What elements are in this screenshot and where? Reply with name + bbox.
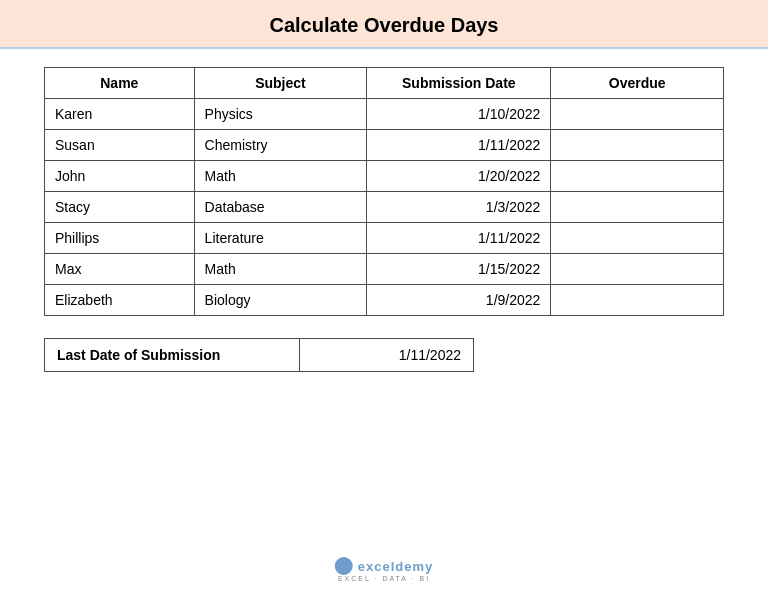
cell-name: Max	[45, 254, 195, 285]
table-row: StacyDatabase1/3/2022	[45, 192, 724, 223]
cell-overdue	[551, 285, 724, 316]
cell-name: Susan	[45, 130, 195, 161]
cell-name: John	[45, 161, 195, 192]
cell-name: Phillips	[45, 223, 195, 254]
summary-label: Last Date of Submission	[45, 339, 300, 372]
cell-overdue	[551, 223, 724, 254]
col-header-name: Name	[45, 68, 195, 99]
cell-name: Karen	[45, 99, 195, 130]
cell-subject: Biology	[194, 285, 367, 316]
table-row: JohnMath1/20/2022	[45, 161, 724, 192]
watermark-name: exceldemy	[358, 559, 434, 574]
cell-name: Stacy	[45, 192, 195, 223]
table-row: PhillipsLiterature1/11/2022	[45, 223, 724, 254]
cell-subject: Math	[194, 161, 367, 192]
table-row: KarenPhysics1/10/2022	[45, 99, 724, 130]
summary-value: 1/11/2022	[300, 339, 474, 372]
summary-table: Last Date of Submission 1/11/2022	[44, 338, 474, 372]
cell-overdue	[551, 99, 724, 130]
cell-date: 1/3/2022	[367, 192, 551, 223]
table-row: MaxMath1/15/2022	[45, 254, 724, 285]
col-header-date: Submission Date	[367, 68, 551, 99]
cell-date: 1/11/2022	[367, 130, 551, 161]
watermark-icon	[335, 557, 353, 575]
cell-date: 1/20/2022	[367, 161, 551, 192]
table-row: SusanChemistry1/11/2022	[45, 130, 724, 161]
cell-overdue	[551, 254, 724, 285]
cell-subject: Literature	[194, 223, 367, 254]
table-row: ElizabethBiology1/9/2022	[45, 285, 724, 316]
cell-subject: Math	[194, 254, 367, 285]
cell-overdue	[551, 161, 724, 192]
title-section: Calculate Overdue Days	[0, 0, 768, 49]
cell-subject: Database	[194, 192, 367, 223]
watermark-subtitle: EXCEL · DATA · BI	[338, 575, 430, 582]
main-content: Name Subject Submission Date Overdue Kar…	[44, 67, 724, 372]
table-header-row: Name Subject Submission Date Overdue	[45, 68, 724, 99]
col-header-overdue: Overdue	[551, 68, 724, 99]
cell-date: 1/9/2022	[367, 285, 551, 316]
data-table: Name Subject Submission Date Overdue Kar…	[44, 67, 724, 316]
cell-overdue	[551, 130, 724, 161]
cell-date: 1/15/2022	[367, 254, 551, 285]
cell-name: Elizabeth	[45, 285, 195, 316]
cell-overdue	[551, 192, 724, 223]
cell-date: 1/10/2022	[367, 99, 551, 130]
summary-row: Last Date of Submission 1/11/2022	[45, 339, 474, 372]
cell-subject: Physics	[194, 99, 367, 130]
cell-date: 1/11/2022	[367, 223, 551, 254]
page-title: Calculate Overdue Days	[270, 14, 499, 36]
cell-subject: Chemistry	[194, 130, 367, 161]
watermark: exceldemy EXCEL · DATA · BI	[335, 557, 434, 582]
col-header-subject: Subject	[194, 68, 367, 99]
